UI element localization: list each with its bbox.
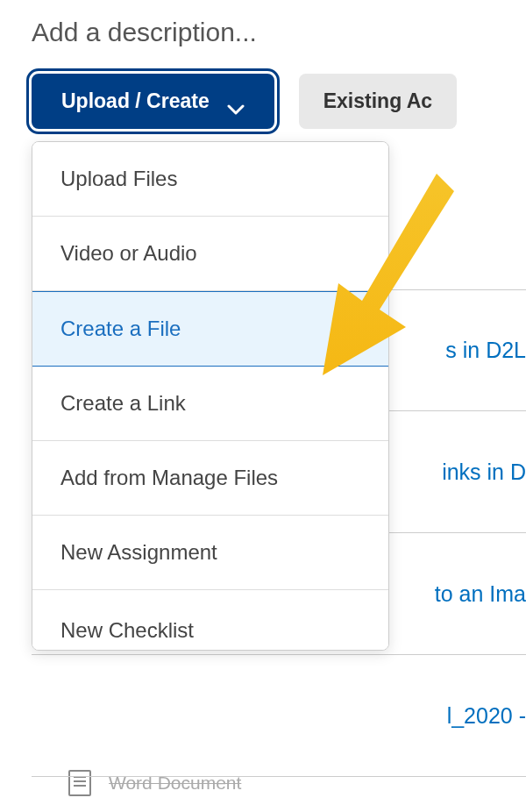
content-link[interactable]: to an Ima — [435, 581, 526, 607]
dropdown-item-create-a-file[interactable]: Create a File — [32, 291, 388, 367]
chevron-down-icon — [227, 96, 245, 107]
content-link[interactable]: s in D2L — [445, 338, 526, 363]
description-placeholder[interactable]: Add a description... — [32, 18, 526, 47]
content-link[interactable]: l_2020 - — [447, 703, 526, 729]
upload-create-dropdown: Upload FilesVideo or AudioCreate a FileC… — [32, 141, 389, 651]
existing-activities-button[interactable]: Existing Ac — [299, 74, 457, 129]
dropdown-item-video-or-audio[interactable]: Video or Audio — [32, 217, 388, 291]
content-row: l_2020 - — [32, 655, 526, 777]
dropdown-item-new-checklist[interactable]: New Checklist — [32, 590, 388, 650]
button-row: Upload / Create Existing Ac — [32, 74, 526, 129]
dropdown-item-add-from-manage-files[interactable]: Add from Manage Files — [32, 441, 388, 516]
upload-create-label: Upload / Create — [61, 89, 210, 113]
dropdown-item-new-assignment[interactable]: New Assignment — [32, 516, 388, 590]
upload-create-button[interactable]: Upload / Create — [32, 74, 274, 129]
content-link[interactable]: inks in D — [442, 459, 526, 485]
dropdown-item-upload-files[interactable]: Upload Files — [32, 142, 388, 217]
dropdown-item-create-a-link[interactable]: Create a Link — [32, 367, 388, 441]
